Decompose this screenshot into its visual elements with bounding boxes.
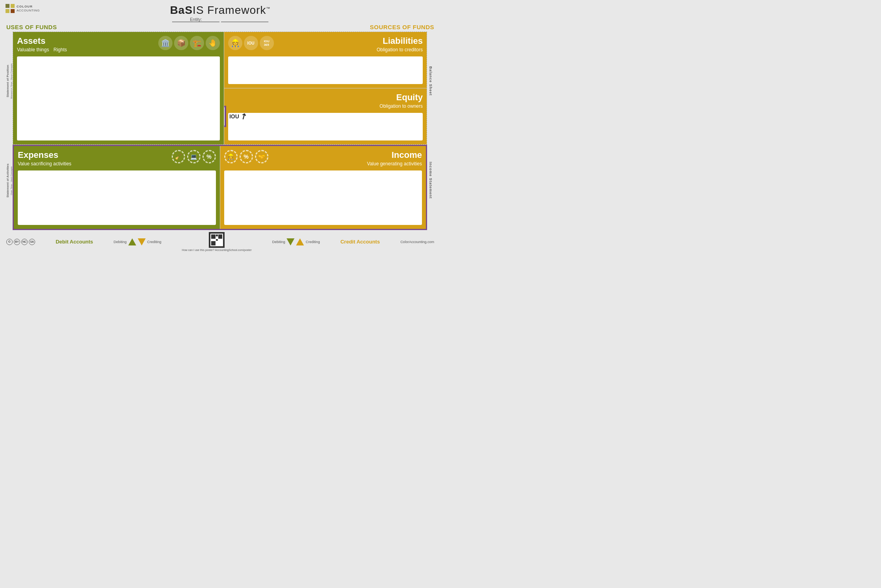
assets-white-box (17, 56, 220, 140)
logo-sq3 (6, 9, 9, 13)
percent2-spin-icon: % (240, 150, 253, 163)
main-title: BaSIS Framework™ (170, 4, 271, 17)
worker-icon: 👷 (228, 36, 242, 50)
uses-label: USES OF FUNDS (6, 24, 57, 30)
qr-pattern (210, 234, 223, 246)
fund-labels: USES OF FUNDS SOURCES OF FUNDS (6, 24, 435, 30)
equity-white-box (228, 113, 423, 140)
left-labels: Statement of Position Moment in Time - N… (6, 32, 13, 230)
title-normal: IS Framework (193, 4, 266, 16)
expenses-header: Expenses Value sacrificing activities 🧹 … (18, 150, 216, 169)
liabilities-quadrant: 👷 IOU IOU365 Liabilities Obligation to c… (224, 32, 427, 88)
debiting-left-label: Debiting (114, 240, 127, 244)
income-statement-right-label: Income Statement (427, 131, 434, 230)
qr-text: How can I use this poster? AccountingSch… (182, 249, 252, 251)
right-labels: Balance Sheet Income Statement (427, 32, 435, 230)
liabilities-text: Liabilities Obligation to creditors (377, 36, 423, 55)
iou-icon: IOU (244, 36, 258, 50)
main-grid: Statement of Position Moment in Time - N… (6, 32, 435, 230)
liabilities-header: 👷 IOU IOU365 Liabilities Obligation to c… (228, 36, 423, 55)
top-row: Assets Valuable things Rights 🏛️ 📦 🏗️ 🤚 (13, 32, 427, 145)
debiting-right-group: Debiting (272, 238, 294, 245)
right-arrows-section: Debiting Crediting (272, 238, 320, 245)
vacuum-spin-icon: 🧹 (172, 150, 185, 163)
profit-box: Profit (224, 106, 226, 127)
equity-text: Equity Obligation to owners (380, 92, 423, 111)
nc-icon: NC (21, 239, 28, 245)
income-title: Income (367, 150, 422, 160)
liabilities-title: Liabilities (377, 36, 423, 46)
income-icons: 👷 % 🤝 (224, 150, 268, 163)
liabilities-white-box (228, 56, 423, 84)
debiting-left-group: Debiting (114, 238, 136, 245)
entity-line: Entity: (170, 17, 271, 22)
building-icon: 🏛️ (158, 36, 172, 50)
title-block: BaSIS Framework™ Entity: (170, 4, 271, 22)
equity-subtitle: Obligation to owners (380, 103, 423, 109)
balance-sheet-right-label: Balance Sheet (427, 32, 434, 131)
qr-code (209, 232, 225, 248)
balance-sheet-left-label: Statement of Position Moment in Time - N… (6, 32, 13, 131)
logo-squares (6, 4, 15, 13)
logo-sq4 (11, 9, 15, 13)
title-bold: BaS (170, 4, 193, 16)
crediting-left-label: Crediting (147, 240, 161, 244)
crediting-left-group: Crediting (138, 238, 161, 245)
income-subtitle: Value generating activities (367, 161, 422, 167)
assets-subtitle: Valuable things Rights (17, 47, 70, 52)
crediting-right-group: Crediting (296, 238, 320, 245)
debit-up-arrow (128, 238, 136, 245)
by-icon: BY (14, 239, 20, 245)
income-statement-left-label: Statement of Activities Over Time - Verb… (6, 131, 13, 230)
expenses-title: Expenses (18, 150, 71, 160)
expenses-subtitle: Value sacrificing activities (18, 161, 71, 167)
crediting-right-label: Crediting (306, 240, 320, 244)
credit-accounts-label: Credit Accounts (340, 239, 380, 245)
website-label: ColorAccounting.com (400, 240, 434, 244)
page: COLOUR ACCOUNTING BaSIS Framework™ Entit… (0, 0, 440, 294)
income-quadrant: 👷 % 🤝 Income Value generating activities (220, 146, 426, 229)
laptop-spin-icon: 💻 (187, 150, 201, 163)
logo-text: COLOUR ACCOUNTING (17, 5, 40, 12)
iou-arrow: IOU ↗ (229, 112, 247, 121)
income-text: Income Value generating activities (367, 150, 422, 169)
cc-block: © BY NC SA (6, 239, 35, 245)
logo-sq1 (6, 4, 9, 8)
entity-label: Entity: (172, 17, 219, 22)
hand-icon: 🤚 (206, 36, 220, 50)
worker2-spin-icon: 👷 (224, 150, 238, 163)
content-area: Assets Valuable things Rights 🏛️ 📦 🏗️ 🤚 (13, 32, 427, 230)
assets-quadrant: Assets Valuable things Rights 🏛️ 📦 🏗️ 🤚 (13, 32, 224, 144)
entity-value (221, 17, 268, 22)
bottom-row: Expenses Value sacrificing activities 🧹 … (13, 145, 427, 230)
equity-title: Equity (380, 92, 423, 103)
income-white-box (224, 170, 422, 225)
profit-container: Profit IOU ↗ (224, 106, 247, 127)
bottom-strip: © BY NC SA Debit Accounts Debiting Credi… (6, 232, 435, 251)
assets-icons: 🏛️ 📦 🏗️ 🤚 (158, 36, 220, 50)
expenses-icons: 🧹 💻 % (172, 150, 216, 163)
debit-accounts-label: Debit Accounts (56, 239, 93, 245)
assets-text: Assets Valuable things Rights (17, 36, 70, 55)
income-header: 👷 % 🤝 Income Value generating activities (224, 150, 422, 169)
right-section: 👷 IOU IOU365 Liabilities Obligation to c… (224, 32, 427, 144)
logo: COLOUR ACCOUNTING (6, 4, 40, 13)
assets-title: Assets (17, 36, 70, 46)
expenses-white-box (18, 170, 216, 225)
iou365-icon: IOU365 (260, 36, 274, 50)
cc-icon: © (6, 239, 13, 245)
credit-down-arrow-left (138, 238, 146, 245)
debiting-right-label: Debiting (272, 240, 285, 244)
left-arrows-section: Debiting Crediting (114, 238, 161, 245)
box-icon: 📦 (174, 36, 188, 50)
liabilities-icons: 👷 IOU IOU365 (228, 36, 274, 50)
expenses-quadrant: Expenses Value sacrificing activities 🧹 … (14, 146, 220, 229)
trademark: ™ (266, 6, 270, 11)
equity-quadrant: Profit IOU ↗ Equity Obligation to (224, 88, 427, 144)
equity-header: Equity Obligation to owners (228, 92, 423, 111)
debit-down-arrow-right (287, 238, 294, 245)
sources-label: SOURCES OF FUNDS (370, 24, 434, 30)
expenses-text: Expenses Value sacrificing activities (18, 150, 71, 169)
handshake-spin-icon: 🤝 (255, 150, 268, 163)
assets-header: Assets Valuable things Rights 🏛️ 📦 🏗️ 🤚 (17, 36, 220, 55)
